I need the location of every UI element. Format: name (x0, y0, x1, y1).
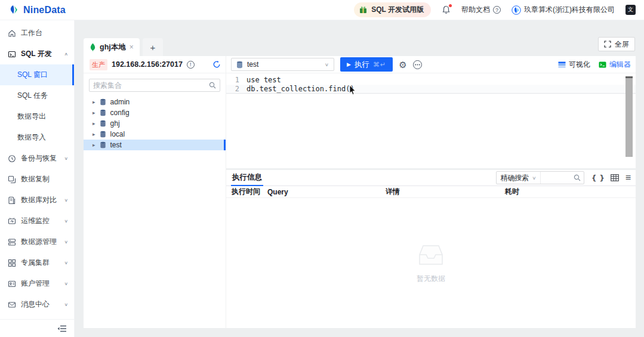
table-view-icon[interactable] (611, 174, 619, 181)
database-icon (100, 141, 106, 149)
empty-box-icon (415, 243, 447, 268)
tree-item-ghj[interactable]: ▸ ghj (84, 118, 226, 129)
refresh-icon[interactable] (212, 60, 221, 69)
code-text: db.test_collection.find() (246, 85, 355, 93)
ninedata-logo-icon (8, 4, 20, 16)
code-text: use test (246, 76, 281, 85)
sidebar-item-label: 数据导出 (17, 112, 46, 122)
editor-toggle[interactable]: 编辑器 (599, 60, 631, 70)
help-docs-link[interactable]: 帮助文档 ? (461, 5, 501, 15)
workspace: 1 use test 2 db.test_collection.find() 执… (226, 73, 636, 328)
sidebar-item-workbench[interactable]: 工作台 (0, 23, 74, 44)
sidebar-item-sql-dev[interactable]: SQL 开发 ∧ (0, 44, 74, 64)
tab-execution-info[interactable]: 执行信息 (231, 170, 263, 186)
code-line: 1 use test (226, 76, 636, 85)
visualize-toggle[interactable]: 可视化 (558, 60, 590, 70)
tab-label: ghj本地 (100, 42, 126, 52)
sidebar-item-backup-restore[interactable]: 备份与恢复 ∨ (0, 148, 74, 169)
json-view-icon[interactable]: { } (591, 174, 603, 182)
tree-search-input[interactable] (93, 81, 207, 89)
chevron-down-icon: ∨ (64, 282, 68, 286)
sidebar-item-label: 数据库对比 (21, 195, 57, 205)
tab-ghj-local[interactable]: ghj本地 × (84, 38, 140, 56)
sidebar-item-data-import[interactable]: 数据导入 (0, 127, 74, 148)
sidebar-item-ops-monitoring[interactable]: 运维监控 ∨ (0, 211, 74, 231)
caret-right-icon[interactable]: ▸ (93, 120, 95, 126)
fullscreen-button[interactable]: 全屏 (598, 37, 635, 51)
sidebar-item-sql-window[interactable]: SQL 窗口 (0, 64, 74, 85)
database-icon (100, 109, 106, 116)
results-panel: 执行信息 精确搜索 ∨ (226, 170, 636, 328)
sidebar-item-sql-task[interactable]: SQL 任务 (0, 85, 74, 106)
more-options-icon[interactable] (413, 60, 422, 69)
database-select[interactable]: test ∨ (231, 58, 334, 71)
settings-gear-icon[interactable]: ⚙ (399, 60, 406, 69)
results-search-box: 精确搜索 ∨ (496, 171, 584, 184)
sidebar-item-message-center[interactable]: 消息中心 ∨ (0, 294, 74, 315)
close-icon[interactable]: × (130, 43, 134, 51)
sidebar-item-label: SQL 任务 (17, 91, 48, 101)
chevron-down-icon: ∨ (64, 219, 68, 224)
column-header-cost: 耗时 (500, 187, 636, 197)
chevron-down-icon: ∨ (532, 175, 536, 181)
sidebar-item-account-mgmt[interactable]: 账户管理 ∨ (0, 273, 74, 294)
column-header-query: Query (262, 188, 380, 196)
sidebar-footer (0, 319, 74, 337)
sidebar-item-datasource-mgmt[interactable]: 数据源管理 ∨ (0, 231, 74, 252)
caret-right-icon[interactable]: ▸ (93, 131, 95, 137)
sql-editor[interactable]: 1 use test 2 db.test_collection.find() (226, 73, 636, 170)
info-circle-icon[interactable]: ! (187, 61, 195, 69)
caret-right-icon[interactable]: ▸ (93, 99, 95, 105)
search-icon[interactable] (571, 174, 584, 181)
data-replication-icon (8, 175, 16, 184)
search-mode-select[interactable]: 精确搜索 ∨ (497, 172, 540, 184)
sidebar-item-data-export[interactable]: 数据导出 (0, 106, 74, 127)
tree-item-config[interactable]: ▸ config (84, 107, 226, 118)
results-search-input[interactable] (541, 172, 571, 184)
connection-info: 生产 192.168.2.156:27017 ! (84, 56, 226, 73)
trial-version-badge[interactable]: SQL 开发试用版 (354, 2, 431, 17)
database-icon (236, 61, 243, 69)
list-view-icon[interactable]: ≡ (625, 173, 631, 183)
brand-logo[interactable]: NineData (8, 4, 66, 16)
mouse-cursor (349, 85, 356, 95)
sidebar-item-label: 消息中心 (21, 299, 50, 310)
account-company-menu[interactable]: 玖章算术(浙江)科技有限公司 (511, 5, 615, 15)
caret-right-icon[interactable]: ▸ (93, 110, 95, 116)
search-icon[interactable] (209, 82, 216, 89)
sidebar-item-dedicated-cluster[interactable]: 专属集群 ∨ (0, 252, 74, 273)
results-header: 执行信息 精确搜索 ∨ (226, 170, 636, 186)
language-switch-icon[interactable]: 文 (625, 5, 636, 15)
connection-toolbar: 生产 192.168.2.156:27017 ! test ∨ ▶ 执行 ⌘↵ (84, 56, 636, 73)
database-tree: ▸ admin ▸ config ▸ (84, 97, 226, 150)
chevron-down-icon: ∨ (64, 156, 68, 161)
chevron-up-icon: ∧ (64, 52, 68, 57)
home-icon (8, 29, 16, 38)
trial-badge-label: SQL 开发试用版 (371, 5, 424, 15)
collapse-sidebar-icon[interactable] (57, 324, 67, 333)
fullscreen-label: 全屏 (615, 39, 629, 50)
new-tab-button[interactable]: + (143, 38, 163, 56)
tree-item-local[interactable]: ▸ local (84, 129, 226, 140)
mongodb-leaf-icon (90, 43, 96, 51)
gift-icon (359, 5, 368, 14)
notifications-button[interactable] (442, 5, 451, 14)
sidebar-item-data-replication[interactable]: 数据复制 (0, 169, 74, 190)
run-button[interactable]: ▶ 执行 ⌘↵ (340, 57, 393, 72)
account-icon (8, 280, 16, 288)
editor-scrollbar[interactable] (625, 76, 633, 157)
tree-item-label: test (110, 141, 122, 149)
database-select-value: test (247, 60, 258, 69)
chevron-down-icon: ∨ (64, 198, 68, 203)
tree-item-admin[interactable]: ▸ admin (84, 97, 226, 107)
tree-item-test[interactable]: ▸ test (84, 140, 226, 150)
sidebar-item-db-compare[interactable]: 数据库对比 ∨ (0, 190, 74, 211)
visualize-icon (558, 61, 566, 68)
chevron-down-icon: ∨ (64, 240, 68, 245)
sidebar-item-label: 账户管理 (21, 279, 50, 289)
notification-dot (449, 4, 452, 7)
question-circle-icon: ? (493, 6, 501, 14)
tree-item-label: local (110, 130, 125, 138)
caret-right-icon[interactable]: ▸ (93, 142, 95, 148)
sidebar-item-label: SQL 开发 (21, 49, 52, 59)
